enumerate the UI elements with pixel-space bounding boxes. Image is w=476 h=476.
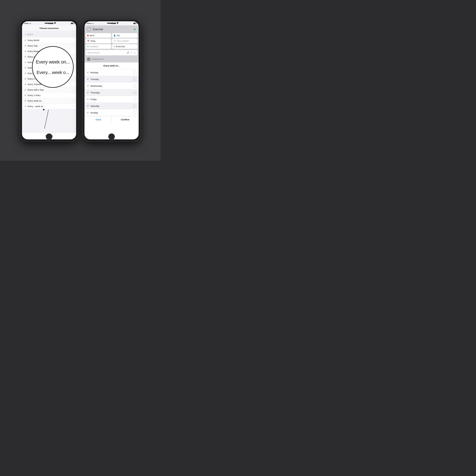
day-monday[interactable]: ↺ Monday: [85, 69, 139, 76]
recurrence-title: Choose recurrence: [40, 27, 59, 30]
recur-icon: ↺: [87, 98, 89, 101]
day-label: Friday: [90, 98, 132, 101]
list-item-every-week-custom[interactable]: ↺ Every... week on... ›: [22, 104, 76, 109]
wednesday-checkbox[interactable]: [133, 84, 136, 87]
checkmark-icon: ✓: [134, 78, 136, 80]
recur-icon: ↺: [87, 85, 89, 87]
dot3: [89, 23, 90, 24]
chevron-left-icon: ‹: [95, 118, 96, 121]
right-screen: ▲ 09:41 Exercise ★: [85, 21, 139, 139]
list-item-every-week[interactable]: ↺ Every week on... ›: [22, 98, 76, 104]
speaker: [45, 23, 53, 24]
search-icon: ⌕: [25, 34, 26, 35]
battery-fill-right: [134, 23, 136, 24]
date-field[interactable]: 📅 Today: [86, 39, 111, 43]
recur-icon: ↺: [24, 50, 26, 52]
recurrence-field[interactable]: ↺ Every Day: [112, 44, 137, 49]
signal-dots: [24, 23, 29, 24]
chevron-right-icon: ›: [73, 100, 74, 102]
list-item[interactable]: ↺ Every 2 Years: [22, 93, 76, 98]
status-left-right: ▲: [87, 23, 94, 24]
dot4: [28, 23, 28, 24]
magnifier-overlay: Every week on... Every... week o...: [32, 46, 74, 88]
day-label: Sunday: [90, 111, 132, 114]
battery-icon: [71, 23, 74, 24]
saturday-checkbox[interactable]: ✓: [133, 104, 136, 107]
flag-icon: ⚑: [87, 46, 89, 48]
recur-icon: ↺: [24, 94, 26, 97]
day-thursday[interactable]: ↺ Thursday ✓: [85, 89, 139, 96]
day-label: Thursday: [90, 91, 132, 94]
home-button-left[interactable]: [46, 134, 52, 140]
recur-icon: ↺: [24, 45, 26, 47]
search-input[interactable]: Search: [27, 33, 73, 35]
category-field[interactable]: ⚑ Category?: [86, 44, 111, 49]
sport-color-dot: [87, 35, 89, 36]
comment-box[interactable]: Add comment 🔗 ≡ △: [86, 50, 137, 55]
list-icon[interactable]: ≡: [131, 51, 132, 54]
day-label: Wednesday: [90, 85, 132, 87]
clock-icon: 🕐: [114, 40, 116, 42]
weekly-panel: Every week on... ↺ Monday ↺ Tuesday ✓: [85, 63, 139, 139]
home-button-right[interactable]: [108, 134, 115, 140]
right-phone: ▲ 09:41 Exercise ★: [83, 19, 141, 141]
dot4: [90, 23, 91, 24]
list-item[interactable]: ↺ Every Half a Year: [22, 87, 76, 93]
created-by: Created by You: [85, 56, 139, 63]
back-button[interactable]: ‹ Back: [85, 116, 112, 123]
comment-icons: 🔗 ≡ △: [127, 51, 136, 54]
assignee-field[interactable]: 👤 You: [112, 33, 137, 38]
date-label: Today: [90, 40, 96, 42]
magnifier-pointer-dot: [43, 109, 45, 110]
wifi-icon: ▲: [30, 23, 31, 24]
star-icon[interactable]: ★: [133, 27, 136, 31]
day-tuesday[interactable]: ↺ Tuesday ✓: [85, 76, 139, 83]
day-label: Tuesday: [90, 78, 132, 81]
magnifier-content: Every week on... Every... week o...: [33, 59, 73, 75]
created-by-text: Created by You: [92, 58, 104, 60]
recur-label: Every... week on...: [28, 105, 72, 108]
recurrence-header: Choose recurrence: [22, 25, 76, 31]
camera: [54, 22, 56, 24]
day-label: Monday: [90, 71, 132, 74]
category-placeholder: Category?: [90, 45, 99, 48]
recur-icon: ↺: [24, 61, 26, 64]
day-sunday[interactable]: ↺ Sunday: [85, 109, 139, 116]
sunday-checkbox[interactable]: [133, 111, 136, 114]
dot1: [87, 23, 88, 24]
recur-label: Every 2 Years: [28, 94, 74, 97]
comment-placeholder: Add comment: [87, 52, 99, 54]
time-placeholder: Time needed?: [117, 40, 129, 42]
thursday-checkbox[interactable]: ✓: [133, 91, 136, 94]
task-fields: Sport 👤 You 📅 Today 🕐 Time: [85, 33, 139, 50]
camera-right: [117, 22, 118, 24]
dot5: [91, 23, 92, 24]
calendar-icon: 📅: [87, 40, 89, 42]
battery-fill: [71, 23, 73, 24]
weekly-footer: ‹ Back Confirm: [85, 116, 139, 123]
dot3: [26, 23, 27, 24]
task-completion-circle[interactable]: [87, 27, 91, 31]
time-field[interactable]: 🕐 Time needed?: [112, 39, 137, 43]
sport-field[interactable]: Sport: [86, 33, 111, 38]
attachment-icon[interactable]: 🔗: [127, 51, 129, 54]
recur-icon: ↺: [87, 91, 89, 94]
search-bar[interactable]: ⌕ Search: [23, 33, 75, 36]
avatar: [87, 57, 90, 61]
chevron-right-icon: ›: [73, 105, 74, 107]
dot2: [88, 23, 89, 24]
monday-checkbox[interactable]: [133, 71, 136, 74]
day-friday[interactable]: ↺ Friday: [85, 96, 139, 103]
friday-checkbox[interactable]: [133, 98, 136, 101]
day-saturday[interactable]: ↺ Saturday ✓: [85, 103, 139, 109]
checkmark-icon: ✓: [134, 105, 136, 107]
recur-icon: ↺: [24, 83, 26, 85]
drive-icon[interactable]: △: [134, 51, 136, 54]
recur-icon: ↺: [24, 72, 26, 74]
list-item[interactable]: ↺ Every Month: [22, 38, 76, 43]
magnifier-text-every-week-custom: Every... week o...: [35, 70, 70, 75]
status-right-left: [71, 23, 74, 24]
day-wednesday[interactable]: ↺ Wednesday: [85, 83, 139, 89]
confirm-button[interactable]: Confirm: [112, 116, 139, 123]
tuesday-checkbox[interactable]: ✓: [133, 78, 136, 81]
